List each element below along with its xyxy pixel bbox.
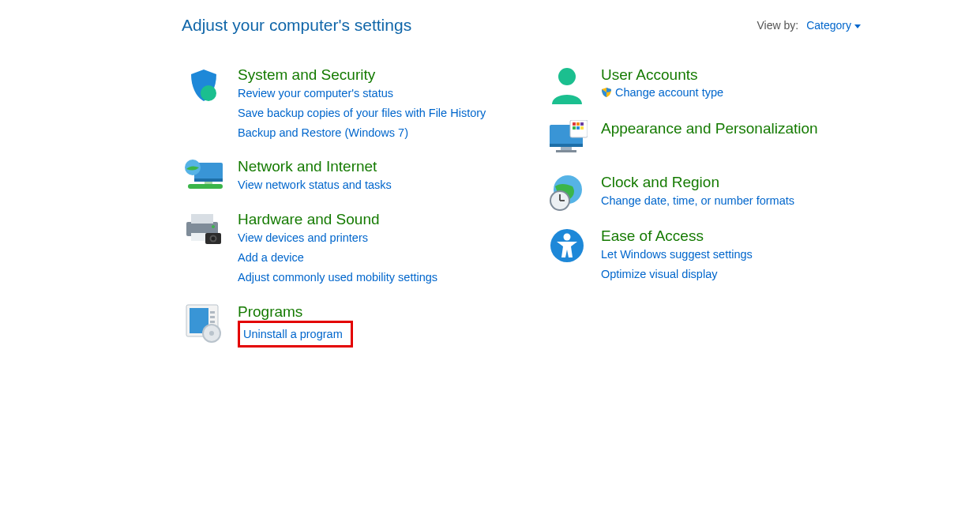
monitor-color-icon [545,120,589,158]
category-system-security: System and Security Review your computer… [182,66,498,142]
link-backup-restore[interactable]: Backup and Restore (Windows 7) [238,124,408,141]
header-row: Adjust your computer's settings View by:… [182,16,861,35]
category-title-hardware[interactable]: Hardware and Sound [238,211,380,228]
page-title: Adjust your computer's settings [182,16,411,35]
svg-rect-7 [191,214,213,224]
svg-rect-24 [561,147,572,150]
svg-rect-3 [205,182,212,184]
link-review-status[interactable]: Review your computer's status [238,85,393,102]
right-column: User Accounts [545,66,861,363]
svg-rect-23 [550,144,583,147]
link-uninstall-program[interactable]: Uninstall a program [243,325,343,343]
category-network: Network and Internet View network status… [182,158,498,195]
svg-point-20 [209,331,214,336]
link-mobility-settings[interactable]: Adjust commonly used mobility settings [238,269,437,286]
printer-camera-icon [182,211,226,287]
category-title-system[interactable]: System and Security [238,66,375,84]
svg-rect-4 [188,184,223,189]
link-devices-printers[interactable]: View devices and printers [238,229,368,246]
category-programs: Programs Uninstall a program [182,303,498,348]
svg-point-0 [201,85,216,101]
link-file-history[interactable]: Save backup copies of your files with Fi… [238,104,486,122]
category-ease-of-access: Ease of Access Let Windows suggest setti… [545,227,861,284]
uac-shield-icon [601,87,612,98]
svg-rect-15 [210,311,215,314]
link-change-date-time[interactable]: Change date, time, or number formats [601,192,794,209]
link-change-account-type[interactable]: Change account type [601,84,723,101]
chevron-down-icon [854,24,861,28]
category-title-appearance[interactable]: Appearance and Personalization [601,120,818,137]
svg-rect-25 [556,150,576,152]
view-by-label: View by: [757,19,799,32]
view-by-dropdown[interactable]: Category [806,19,861,32]
svg-rect-17 [210,321,215,323]
link-optimize-display[interactable]: Optimize visual display [601,265,717,283]
programs-icon [182,303,226,348]
svg-point-12 [212,237,216,241]
svg-rect-30 [573,126,576,130]
svg-rect-31 [576,126,580,130]
accessibility-icon [545,227,589,284]
svg-rect-16 [210,316,215,318]
category-user-accounts: User Accounts [545,66,861,104]
svg-rect-27 [573,122,576,126]
category-title-ease[interactable]: Ease of Access [601,227,704,245]
user-icon [545,66,589,104]
svg-rect-28 [576,122,580,126]
left-column: System and Security Review your computer… [182,66,498,363]
clock-globe-icon [545,174,589,212]
category-title-clock[interactable]: Clock and Region [601,174,719,191]
category-appearance: Appearance and Personalization [545,120,861,158]
globe-monitor-icon [182,158,226,195]
view-by-value: Category [806,19,851,32]
link-add-device[interactable]: Add a device [238,249,304,266]
svg-point-9 [212,225,215,228]
svg-point-21 [558,68,576,85]
category-clock: Clock and Region Change date, time, or n… [545,174,861,212]
svg-point-38 [564,234,571,241]
link-windows-suggest[interactable]: Let Windows suggest settings [601,246,753,263]
category-title-users[interactable]: User Accounts [601,66,698,84]
category-title-programs[interactable]: Programs [238,303,302,321]
link-network-status[interactable]: View network status and tasks [238,176,392,193]
highlight-uninstall: Uninstall a program [238,321,353,348]
svg-rect-29 [580,122,584,126]
svg-rect-2 [194,178,223,182]
link-change-account-type-text: Change account type [615,84,723,101]
view-by: View by: Category [757,19,861,32]
svg-rect-32 [580,126,584,130]
category-hardware: Hardware and Sound View devices and prin… [182,211,498,287]
category-title-network[interactable]: Network and Internet [238,158,377,175]
shield-icon [182,66,226,142]
